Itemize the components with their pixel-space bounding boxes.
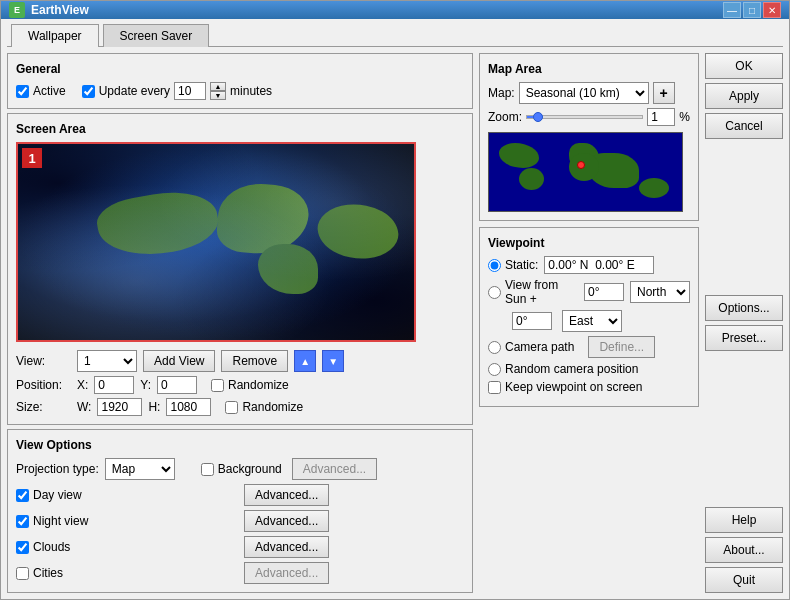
randomize-size-checkbox[interactable]: [225, 401, 238, 414]
projection-select[interactable]: Map Globe: [105, 458, 175, 480]
night-view-checkbox[interactable]: [16, 515, 29, 528]
day-advanced-row: Advanced...: [244, 484, 464, 506]
about-button[interactable]: About...: [705, 537, 783, 563]
active-checkbox[interactable]: [16, 85, 29, 98]
apply-button[interactable]: Apply: [705, 83, 783, 109]
tab-screensaver[interactable]: Screen Saver: [103, 24, 210, 47]
camera-path-radio-label[interactable]: Camera path: [488, 340, 574, 354]
position-label: Position:: [16, 378, 71, 392]
clouds-label[interactable]: Clouds: [16, 540, 70, 554]
map-row: Map: Seasonal (10 km) +: [488, 82, 690, 104]
static-radio[interactable]: [488, 259, 501, 272]
help-button[interactable]: Help: [705, 507, 783, 533]
camera-path-label: Camera path: [505, 340, 574, 354]
preset-button[interactable]: Preset...: [705, 325, 783, 351]
clouds-text: Clouds: [33, 540, 70, 554]
close-button[interactable]: ✕: [763, 2, 781, 18]
keep-text: Keep viewpoint on screen: [505, 380, 642, 394]
background-label[interactable]: Background: [201, 462, 282, 476]
advanced-day-button[interactable]: Advanced...: [244, 484, 329, 506]
projection-label: Projection type:: [16, 462, 99, 476]
keep-checkbox[interactable]: [488, 381, 501, 394]
view-options-title: View Options: [16, 438, 464, 452]
cancel-button[interactable]: Cancel: [705, 113, 783, 139]
size-label: Size:: [16, 400, 71, 414]
cities-label[interactable]: Cities: [16, 566, 63, 580]
main-panel: General Active Update every ▲ ▼: [7, 53, 473, 593]
x-input[interactable]: [94, 376, 134, 394]
update-label: Update every: [99, 84, 170, 98]
ok-button[interactable]: OK: [705, 53, 783, 79]
night-advanced-row: Advanced...: [244, 510, 464, 532]
y-input[interactable]: [157, 376, 197, 394]
add-view-button[interactable]: Add View: [143, 350, 215, 372]
static-value-input[interactable]: [544, 256, 654, 274]
randomize-size-label[interactable]: Randomize: [225, 400, 303, 414]
sun-radio[interactable]: [488, 286, 501, 299]
zoom-input[interactable]: [647, 108, 675, 126]
keep-label[interactable]: Keep viewpoint on screen: [488, 380, 642, 394]
clouds-checkbox[interactable]: [16, 541, 29, 554]
minimize-button[interactable]: —: [723, 2, 741, 18]
sun-label: View from Sun +: [505, 278, 578, 306]
map-area-section: Map Area Map: Seasonal (10 km) + Zoom:: [479, 53, 699, 221]
view-row: View: 1 Add View Remove ▲ ▼: [16, 350, 464, 372]
sun-angle-input[interactable]: [584, 283, 624, 301]
random-radio[interactable]: [488, 363, 501, 376]
cities-text: Cities: [33, 566, 63, 580]
remove-button[interactable]: Remove: [221, 350, 288, 372]
randomize-pos-checkbox[interactable]: [211, 379, 224, 392]
map-add-button[interactable]: +: [653, 82, 675, 104]
options-button[interactable]: Options...: [705, 295, 783, 321]
night-view-row: Night view: [16, 510, 236, 532]
random-radio-label[interactable]: Random camera position: [488, 362, 638, 376]
zoom-slider-container[interactable]: [526, 108, 643, 126]
night-view-label[interactable]: Night view: [16, 514, 88, 528]
view-select[interactable]: 1: [77, 350, 137, 372]
day-view-checkbox[interactable]: [16, 489, 29, 502]
view-options-grid: Day view Advanced... Night view Advanced…: [16, 484, 464, 584]
east-angle-input[interactable]: [512, 312, 552, 330]
day-view-label[interactable]: Day view: [16, 488, 82, 502]
update-row: Update every ▲ ▼ minutes: [82, 82, 272, 100]
screen-area-title: Screen Area: [16, 122, 464, 136]
update-checkbox[interactable]: [82, 85, 95, 98]
camera-path-row: Camera path Define...: [488, 336, 690, 358]
background-checkbox[interactable]: [201, 463, 214, 476]
randomize-pos-label[interactable]: Randomize: [211, 378, 289, 392]
zoom-thumb[interactable]: [533, 112, 543, 122]
active-label: Active: [33, 84, 66, 98]
advanced-bg-button[interactable]: Advanced...: [292, 458, 377, 480]
define-button[interactable]: Define...: [588, 336, 655, 358]
update-value-input[interactable]: [174, 82, 206, 100]
active-checkbox-label[interactable]: Active: [16, 84, 66, 98]
w-input[interactable]: [97, 398, 142, 416]
east-select[interactable]: East West: [562, 310, 622, 332]
arrow-up-button[interactable]: ▲: [294, 350, 316, 372]
advanced-clouds-button[interactable]: Advanced...: [244, 536, 329, 558]
spin-down[interactable]: ▼: [210, 91, 226, 100]
tab-wallpaper[interactable]: Wallpaper: [11, 24, 99, 47]
earth-preview: [18, 144, 414, 340]
static-radio-label[interactable]: Static:: [488, 258, 538, 272]
camera-path-radio[interactable]: [488, 341, 501, 354]
cities-checkbox[interactable]: [16, 567, 29, 580]
h-input[interactable]: [166, 398, 211, 416]
minutes-label: minutes: [230, 84, 272, 98]
zoom-row: Zoom: %: [488, 108, 690, 126]
update-spinner: ▲ ▼: [210, 82, 226, 100]
titlebar: E EarthView — □ ✕: [1, 1, 789, 19]
background-text: Background: [218, 462, 282, 476]
map-select[interactable]: Seasonal (10 km): [519, 82, 649, 104]
general-section: General Active Update every ▲ ▼: [7, 53, 473, 109]
arrow-down-button[interactable]: ▼: [322, 350, 344, 372]
sun-radio-label[interactable]: View from Sun +: [488, 278, 578, 306]
advanced-night-button[interactable]: Advanced...: [244, 510, 329, 532]
maximize-button[interactable]: □: [743, 2, 761, 18]
spin-up[interactable]: ▲: [210, 82, 226, 91]
quit-button[interactable]: Quit: [705, 567, 783, 593]
preview-num: 1: [22, 148, 42, 168]
advanced-cities-button[interactable]: Advanced...: [244, 562, 329, 584]
day-view-row: Day view: [16, 484, 236, 506]
north-select[interactable]: North South: [630, 281, 690, 303]
